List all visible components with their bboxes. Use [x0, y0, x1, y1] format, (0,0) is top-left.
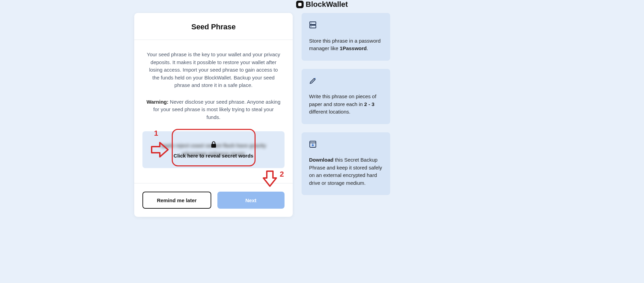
seed-phrase-card: Seed Phrase Your seed phrase is the key …: [134, 13, 293, 217]
seed-description: Your seed phrase is the key to your wall…: [146, 51, 281, 89]
remind-later-button[interactable]: Remind me later: [142, 192, 211, 209]
reveal-seed-box[interactable]: apple reject coast vacant flash have gra…: [142, 131, 285, 168]
svg-point-5: [315, 78, 316, 78]
svg-rect-0: [211, 144, 216, 148]
warning-label: Warning:: [147, 99, 168, 105]
svg-point-3: [311, 23, 311, 24]
next-button[interactable]: Next: [217, 192, 285, 209]
brand-name: BlockWallet: [306, 0, 348, 9]
tip-text: Write this phrase on pieces of paper and…: [309, 93, 383, 116]
tip-text: Store this phrase in a password manager …: [309, 37, 383, 53]
tips-column: Store this phrase in a password manager …: [302, 13, 390, 195]
tip-card-download: Download this Secret Backup Phrase and k…: [302, 132, 390, 195]
tip-card-password-manager: Store this phrase in a password manager …: [302, 13, 390, 61]
reveal-text: Click here to reveal secret words: [173, 153, 253, 159]
lock-icon: [211, 141, 217, 149]
server-icon: [309, 21, 383, 31]
tip-text: Download this Secret Backup Phrase and k…: [309, 156, 383, 187]
card-footer: Remind me later Next: [134, 183, 293, 209]
card-body: Your seed phrase is the key to your wall…: [134, 40, 293, 121]
pencil-icon: [309, 77, 383, 87]
tip-card-paper: Write this phrase on pieces of paper and…: [302, 69, 390, 124]
svg-rect-1: [310, 22, 316, 25]
brand-icon: [296, 1, 304, 8]
warning-text: Never disclose your seed phrase. Anyone …: [153, 99, 280, 120]
brand-logo: BlockWallet: [296, 0, 348, 9]
svg-rect-2: [310, 25, 316, 28]
svg-point-4: [311, 26, 311, 27]
card-title: Seed Phrase: [142, 23, 285, 31]
download-icon: [309, 140, 383, 150]
card-header: Seed Phrase: [134, 13, 293, 40]
warning-block: Warning: Never disclose your seed phrase…: [146, 98, 281, 121]
reveal-overlay: Click here to reveal secret words: [173, 141, 253, 159]
